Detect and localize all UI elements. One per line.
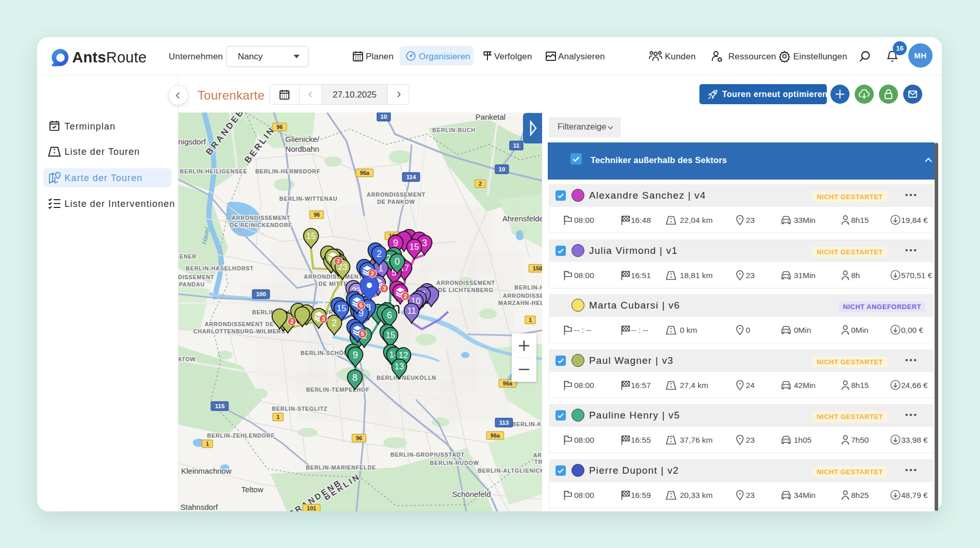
svg-text:113: 113 [499,420,509,426]
svg-text:10: 10 [381,114,387,120]
svg-text:DE MITTE: DE MITTE [319,281,348,287]
svg-text:BERLIN-ALTGLIENICKE: BERLIN-ALTGLIENICKE [478,468,542,474]
svg-text:5: 5 [360,302,363,309]
svg-text:3: 3 [422,238,427,248]
svg-text:ARRONDISSEMENT DE: ARRONDISSEMENT DE [205,321,274,327]
svg-text:1: 1 [276,414,280,420]
svg-text:96a: 96a [491,432,500,439]
svg-text:BERLIN-STEGLITZ: BERLIN-STEGLITZ [272,406,328,412]
svg-text:96: 96 [356,435,362,441]
svg-text:1: 1 [206,441,209,447]
svg-text:2: 2 [290,318,293,325]
svg-text:DE REINICKENDORF: DE REINICKENDORF [230,222,292,228]
svg-text:0: 0 [395,256,400,267]
svg-text:BERLIN-HASELHORST: BERLIN-HASELHORST [186,265,254,271]
svg-text:BERLIN-SCHÖNE: BERLIN-SCHÖNE [301,350,352,356]
svg-text:11: 11 [513,142,520,149]
svg-text:DE PANKOW: DE PANKOW [377,199,415,205]
svg-text:114: 114 [406,174,416,180]
svg-text:3: 3 [383,285,386,292]
svg-text:1: 1 [529,317,532,323]
svg-text:Schönefeld: Schönefeld [452,490,491,498]
svg-text:NDISSEMENT: NDISSEMENT [178,274,214,280]
svg-text:10: 10 [499,166,505,172]
svg-text:Nordbahn: Nordbahn [285,144,319,153]
svg-text:13: 13 [395,362,404,371]
svg-text:Stahnsdorf: Stahnsdorf [181,503,218,511]
svg-text:12: 12 [399,350,408,360]
svg-text:15: 15 [337,303,346,313]
svg-text:2: 2 [332,318,337,328]
svg-text:15: 15 [386,330,395,340]
svg-text:BERLIN-NEUKÖLLN: BERLIN-NEUKÖLLN [377,375,436,381]
svg-text:SPANDAU: SPANDAU [178,281,205,287]
svg-text:9: 9 [393,238,398,248]
svg-text:115: 115 [215,403,225,409]
svg-text:158: 158 [533,265,542,271]
svg-text:ARRONDISSEMENT: ARRONDISSEMENT [367,191,426,198]
svg-text:GENER: GENER [178,253,197,260]
svg-text:11: 11 [407,306,416,315]
svg-text:BERLIN-MARIENFELDE: BERLIN-MARIENFELDE [306,464,376,471]
svg-text:5: 5 [361,331,365,337]
svg-text:BERLIN-GROPIUSSTADT: BERLIN-GROPIUSSTADT [390,452,465,458]
svg-text:nnigsdorf: nnigsdorf [178,137,206,146]
svg-text:BERLIN-BUCH: BERLIN-BUCH [432,127,476,133]
svg-text:2: 2 [337,258,340,264]
svg-text:Teltow: Teltow [241,485,264,494]
svg-text:101: 101 [307,505,316,511]
svg-text:2: 2 [479,181,482,187]
svg-text:BERLIN-ZEHLENDORF: BERLIN-ZEHLENDORF [207,432,274,439]
svg-text:Panketal: Panketal [476,112,505,121]
svg-text:ARRONDISSEME: ARRONDISSEME [503,293,542,299]
svg-text:Ahrensfelde: Ahrensfelde [502,214,542,223]
svg-text:CHARLOTTENBURG-WILMERS: CHARLOTTENBURG-WILMERS [193,328,285,334]
svg-text:2: 2 [371,270,374,277]
svg-text:BERLIN-WITTENAU: BERLIN-WITTENAU [280,196,338,202]
svg-text:8: 8 [352,373,357,383]
svg-text:100: 100 [256,291,266,297]
svg-text:BERLIN-RUDOW: BERLIN-RUDOW [430,460,479,466]
svg-text:2: 2 [377,249,382,259]
svg-text:9: 9 [353,350,358,360]
svg-text:BERLIN-HERMSDORF: BERLIN-HERMSDORF [255,168,320,174]
svg-text:DE LICHTENBERG: DE LICHTENBERG [438,287,493,293]
svg-text:TR: TR [534,459,542,465]
svg-text:MARZAHN-HELLE: MARZAHN-HELLE [498,300,542,306]
svg-text:2: 2 [404,293,407,299]
svg-text:3: 3 [322,316,325,322]
svg-text:ARI: ARI [533,452,543,458]
svg-text:96: 96 [276,124,283,130]
svg-text:Glienicke/: Glienicke/ [285,135,320,143]
svg-text:BERLIN-TEMPELHOF: BERLIN-TEMPELHOF [306,386,369,393]
svg-text:ATOW: ATOW [178,356,196,362]
svg-text:BERLIN-HEL: BERLIN-HEL [514,284,542,291]
svg-text:BERLIN-KÖP: BERLIN-KÖP [512,421,542,427]
svg-text:15: 15 [306,231,316,240]
svg-text:ARRONDISSEMENT: ARRONDISSEMENT [304,273,363,280]
svg-text:96: 96 [314,212,320,218]
svg-text:6: 6 [387,310,392,320]
svg-text:ARRONDISSEMENT: ARRONDISSEMENT [436,280,495,286]
svg-text:BERLIN-HEILIGENSEE: BERLIN-HEILIGENSEE [180,168,248,174]
svg-text:96a: 96a [360,170,370,176]
svg-text:15: 15 [410,242,419,251]
svg-text:Kleinmachnow: Kleinmachnow [181,466,232,475]
svg-text:ARRONDISSEMENT: ARRONDISSEMENT [232,215,290,221]
